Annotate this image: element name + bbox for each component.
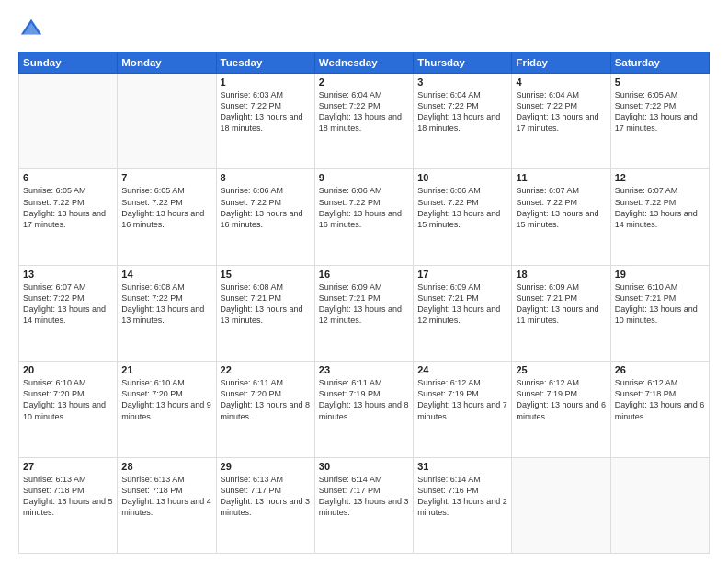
calendar-week-4: 20Sunrise: 6:10 AMSunset: 7:20 PMDayligh… <box>19 362 710 457</box>
day-number: 21 <box>121 364 211 375</box>
weekday-header-tuesday: Tuesday <box>216 52 314 74</box>
calendar-cell: 18Sunrise: 6:09 AMSunset: 7:21 PMDayligh… <box>512 265 610 361</box>
calendar-cell: 6Sunrise: 6:05 AMSunset: 7:22 PMDaylight… <box>19 169 118 265</box>
calendar-cell: 4Sunrise: 6:04 AMSunset: 7:22 PMDaylight… <box>512 74 610 169</box>
weekday-header-row: SundayMondayTuesdayWednesdayThursdayFrid… <box>19 52 710 74</box>
cell-text: Sunrise: 6:10 AMSunset: 7:20 PMDaylight:… <box>121 377 211 422</box>
day-number: 26 <box>615 364 705 375</box>
calendar-cell: 19Sunrise: 6:10 AMSunset: 7:21 PMDayligh… <box>610 265 709 361</box>
calendar-cell: 29Sunrise: 6:13 AMSunset: 7:17 PMDayligh… <box>216 457 314 553</box>
calendar-cell <box>19 74 118 169</box>
calendar-week-3: 13Sunrise: 6:07 AMSunset: 7:22 PMDayligh… <box>19 265 710 361</box>
day-number: 30 <box>319 461 409 472</box>
calendar-cell: 22Sunrise: 6:11 AMSunset: 7:20 PMDayligh… <box>216 362 314 457</box>
cell-text: Sunrise: 6:04 AMSunset: 7:22 PMDaylight:… <box>417 89 507 134</box>
calendar-table: SundayMondayTuesdayWednesdayThursdayFrid… <box>18 52 710 554</box>
cell-text: Sunrise: 6:03 AMSunset: 7:22 PMDaylight:… <box>221 89 311 134</box>
calendar-week-2: 6Sunrise: 6:05 AMSunset: 7:22 PMDaylight… <box>19 169 710 265</box>
calendar-cell: 12Sunrise: 6:07 AMSunset: 7:22 PMDayligh… <box>610 169 709 265</box>
day-number: 12 <box>615 172 705 183</box>
cell-text: Sunrise: 6:12 AMSunset: 7:18 PMDaylight:… <box>615 377 705 422</box>
calendar-cell <box>512 457 610 553</box>
cell-text: Sunrise: 6:12 AMSunset: 7:19 PMDaylight:… <box>516 377 606 422</box>
cell-text: Sunrise: 6:08 AMSunset: 7:21 PMDaylight:… <box>221 282 311 327</box>
day-number: 16 <box>319 269 409 280</box>
day-number: 4 <box>516 76 606 87</box>
logo <box>18 17 48 42</box>
calendar-cell: 27Sunrise: 6:13 AMSunset: 7:18 PMDayligh… <box>19 457 118 553</box>
cell-text: Sunrise: 6:07 AMSunset: 7:22 PMDaylight:… <box>23 282 113 327</box>
calendar-cell: 31Sunrise: 6:14 AMSunset: 7:16 PMDayligh… <box>414 457 512 553</box>
cell-text: Sunrise: 6:13 AMSunset: 7:17 PMDaylight:… <box>221 474 311 519</box>
cell-text: Sunrise: 6:13 AMSunset: 7:18 PMDaylight:… <box>23 474 113 519</box>
weekday-header-wednesday: Wednesday <box>314 52 413 74</box>
day-number: 7 <box>121 172 211 183</box>
calendar-cell: 8Sunrise: 6:06 AMSunset: 7:22 PMDaylight… <box>216 169 314 265</box>
calendar-cell <box>118 74 216 169</box>
calendar-cell: 28Sunrise: 6:13 AMSunset: 7:18 PMDayligh… <box>118 457 216 553</box>
day-number: 22 <box>221 364 311 375</box>
day-number: 8 <box>221 172 311 183</box>
day-number: 17 <box>417 269 507 280</box>
day-number: 27 <box>23 461 113 472</box>
calendar-cell: 21Sunrise: 6:10 AMSunset: 7:20 PMDayligh… <box>118 362 216 457</box>
calendar-cell: 11Sunrise: 6:07 AMSunset: 7:22 PMDayligh… <box>512 169 610 265</box>
calendar-cell: 26Sunrise: 6:12 AMSunset: 7:18 PMDayligh… <box>610 362 709 457</box>
calendar-cell: 15Sunrise: 6:08 AMSunset: 7:21 PMDayligh… <box>216 265 314 361</box>
cell-text: Sunrise: 6:06 AMSunset: 7:22 PMDaylight:… <box>221 185 311 230</box>
day-number: 25 <box>516 364 606 375</box>
day-number: 29 <box>221 461 311 472</box>
cell-text: Sunrise: 6:09 AMSunset: 7:21 PMDaylight:… <box>516 282 606 327</box>
day-number: 23 <box>319 364 409 375</box>
cell-text: Sunrise: 6:14 AMSunset: 7:16 PMDaylight:… <box>417 474 507 519</box>
weekday-header-thursday: Thursday <box>414 52 512 74</box>
weekday-header-friday: Friday <box>512 52 610 74</box>
day-number: 1 <box>221 76 311 87</box>
calendar-cell: 23Sunrise: 6:11 AMSunset: 7:19 PMDayligh… <box>314 362 413 457</box>
day-number: 5 <box>615 76 705 87</box>
day-number: 11 <box>516 172 606 183</box>
calendar-cell: 7Sunrise: 6:05 AMSunset: 7:22 PMDaylight… <box>118 169 216 265</box>
day-number: 14 <box>121 269 211 280</box>
cell-text: Sunrise: 6:07 AMSunset: 7:22 PMDaylight:… <box>516 185 606 230</box>
calendar-week-1: 1Sunrise: 6:03 AMSunset: 7:22 PMDaylight… <box>19 74 710 169</box>
calendar-cell: 13Sunrise: 6:07 AMSunset: 7:22 PMDayligh… <box>19 265 118 361</box>
day-number: 19 <box>615 269 705 280</box>
cell-text: Sunrise: 6:07 AMSunset: 7:22 PMDaylight:… <box>615 185 705 230</box>
cell-text: Sunrise: 6:05 AMSunset: 7:22 PMDaylight:… <box>23 185 113 230</box>
cell-text: Sunrise: 6:09 AMSunset: 7:21 PMDaylight:… <box>417 282 507 327</box>
calendar-cell: 2Sunrise: 6:04 AMSunset: 7:22 PMDaylight… <box>314 74 413 169</box>
calendar-cell <box>610 457 709 553</box>
day-number: 31 <box>417 461 507 472</box>
calendar-cell: 25Sunrise: 6:12 AMSunset: 7:19 PMDayligh… <box>512 362 610 457</box>
cell-text: Sunrise: 6:11 AMSunset: 7:20 PMDaylight:… <box>221 377 311 422</box>
calendar-cell: 1Sunrise: 6:03 AMSunset: 7:22 PMDaylight… <box>216 74 314 169</box>
day-number: 9 <box>319 172 409 183</box>
weekday-header-saturday: Saturday <box>610 52 709 74</box>
cell-text: Sunrise: 6:12 AMSunset: 7:19 PMDaylight:… <box>417 377 507 422</box>
cell-text: Sunrise: 6:06 AMSunset: 7:22 PMDaylight:… <box>319 185 409 230</box>
day-number: 15 <box>221 269 311 280</box>
cell-text: Sunrise: 6:06 AMSunset: 7:22 PMDaylight:… <box>417 185 507 230</box>
day-number: 2 <box>319 76 409 87</box>
cell-text: Sunrise: 6:13 AMSunset: 7:18 PMDaylight:… <box>121 474 211 519</box>
cell-text: Sunrise: 6:10 AMSunset: 7:20 PMDaylight:… <box>23 377 113 422</box>
day-number: 10 <box>417 172 507 183</box>
logo-icon <box>18 17 44 42</box>
calendar-cell: 30Sunrise: 6:14 AMSunset: 7:17 PMDayligh… <box>314 457 413 553</box>
calendar-cell: 20Sunrise: 6:10 AMSunset: 7:20 PMDayligh… <box>19 362 118 457</box>
cell-text: Sunrise: 6:05 AMSunset: 7:22 PMDaylight:… <box>121 185 211 230</box>
weekday-header-sunday: Sunday <box>19 52 118 74</box>
day-number: 20 <box>23 364 113 375</box>
day-number: 3 <box>417 76 507 87</box>
calendar-cell: 14Sunrise: 6:08 AMSunset: 7:22 PMDayligh… <box>118 265 216 361</box>
cell-text: Sunrise: 6:10 AMSunset: 7:21 PMDaylight:… <box>615 282 705 327</box>
day-number: 18 <box>516 269 606 280</box>
calendar-cell: 16Sunrise: 6:09 AMSunset: 7:21 PMDayligh… <box>314 265 413 361</box>
calendar-cell: 5Sunrise: 6:05 AMSunset: 7:22 PMDaylight… <box>610 74 709 169</box>
page: SundayMondayTuesdayWednesdayThursdayFrid… <box>0 0 728 563</box>
cell-text: Sunrise: 6:08 AMSunset: 7:22 PMDaylight:… <box>121 282 211 327</box>
cell-text: Sunrise: 6:04 AMSunset: 7:22 PMDaylight:… <box>319 89 409 134</box>
calendar-cell: 10Sunrise: 6:06 AMSunset: 7:22 PMDayligh… <box>414 169 512 265</box>
calendar-cell: 24Sunrise: 6:12 AMSunset: 7:19 PMDayligh… <box>414 362 512 457</box>
